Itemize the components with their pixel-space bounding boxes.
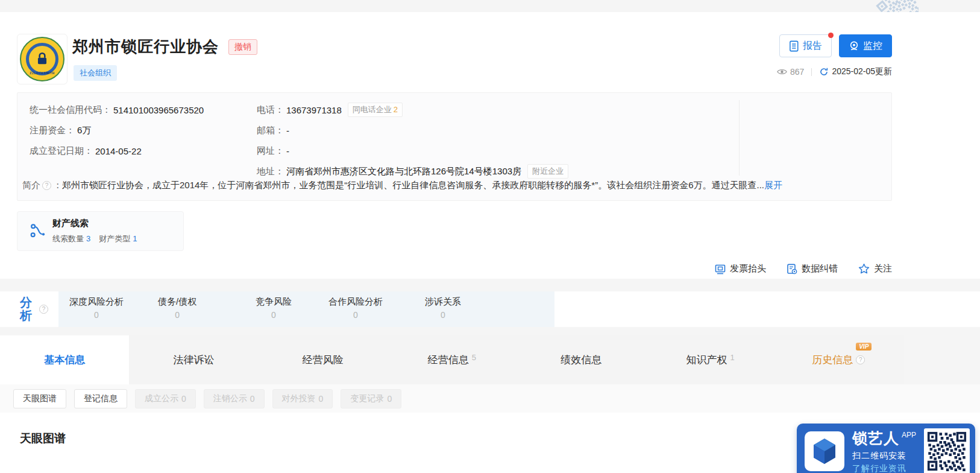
tab-basic-info[interactable]: 基本信息	[0, 335, 129, 384]
tab-label: 绩效信息	[561, 353, 602, 367]
action-row: 发票抬头 数据纠错 关注	[715, 263, 892, 275]
subtab-label: 成立公示	[145, 393, 178, 404]
star-icon	[858, 263, 870, 275]
vip-badge: VIP	[856, 343, 872, 351]
qr-code-icon	[927, 431, 967, 471]
company-info-box: 统一社会信用代码： 514101003965673520 注册资金： 6万 成立…	[17, 92, 892, 201]
same-phone-badge[interactable]: 同电话企业2	[348, 103, 403, 117]
subtab-change-records: 变更记录0	[341, 389, 401, 408]
analysis-item-deep-risk[interactable]: 深度风险分析 0	[69, 296, 124, 320]
subtab-label: 注销公示	[213, 393, 247, 404]
data-correction-icon	[787, 264, 797, 275]
nearby-companies-badge[interactable]: 附近企业	[527, 164, 568, 179]
subtab-cancellation-notice: 注销公示0	[204, 389, 265, 408]
info-row-founded: 成立登记日期： 2014-05-22	[30, 141, 204, 161]
property-type-label: 财产类型	[99, 234, 130, 243]
view-eye-icon	[777, 68, 787, 75]
subtab-label: 变更记录	[350, 393, 384, 404]
tab-label: 法律诉讼	[173, 353, 214, 367]
property-type-value: 1	[133, 234, 137, 243]
website-value: -	[286, 146, 289, 156]
info-row-credit-code: 统一社会信用代码： 514101003965673520	[30, 100, 204, 120]
analysis-help-icon[interactable]: ?	[39, 305, 48, 314]
tab-business-info[interactable]: 经营信息5	[388, 335, 517, 384]
subtab-registration-info[interactable]: 登记信息	[74, 389, 127, 408]
analysis-item-count: 0	[328, 310, 383, 320]
analysis-item-debt[interactable]: 债务/债权 0	[158, 296, 196, 320]
intro-help-icon[interactable]: ?	[42, 181, 51, 190]
subtab-label: 对外投资	[282, 393, 316, 404]
app-suffix: APP	[902, 431, 916, 439]
info-column-divider	[739, 100, 740, 176]
tab-count: 1	[730, 353, 734, 362]
app-logo-box	[805, 431, 844, 471]
company-header-card: ZZLOCKSMITH 郑州市锁匠行业协会 撤销 社会组织 报告 监控 867 …	[0, 12, 980, 279]
same-phone-badge-count: 2	[394, 105, 398, 114]
tab-history-info[interactable]: 历史信息 VIP ?	[775, 335, 904, 384]
analysis-item-litigation[interactable]: 涉诉关系 0	[425, 296, 461, 320]
property-type-stat: 财产类型1	[99, 233, 137, 244]
view-count: 867	[790, 67, 804, 77]
monitor-button[interactable]: 监控	[839, 34, 892, 57]
title-row: 郑州市锁匠行业协会 撤销	[72, 36, 257, 57]
refresh-icon[interactable]	[819, 67, 829, 77]
intro-label: 简介	[22, 180, 40, 191]
tab-business-risk[interactable]: 经营风险	[259, 335, 388, 384]
history-help-icon[interactable]: ?	[856, 355, 865, 364]
subtabs: 天眼图谱 登记信息 成立公示0 注销公示0 对外投资0 变更记录0	[13, 389, 401, 408]
follow-label: 关注	[874, 263, 892, 275]
app-promo-widget[interactable]: 锁艺人APP 扫二维码安装 了解行业资讯	[797, 424, 975, 473]
data-correction-button[interactable]: 数据纠错	[787, 263, 838, 275]
email-value: -	[286, 125, 289, 136]
credit-code-label: 统一社会信用代码：	[30, 104, 111, 116]
emblem-caption: ZZLOCKSMITH	[21, 71, 63, 75]
phone-label: 电话：	[257, 104, 284, 116]
address-label: 地址：	[257, 166, 284, 177]
info-right-column: 电话： 13673971318 同电话企业2 邮箱： - 网址： - 地址： 河…	[257, 100, 568, 182]
analysis-item-count: 0	[158, 310, 196, 320]
analysis-section: 分析 ? 深度风险分析 0 债务/债权 0 竞争风险 0 合作风险分析 0 涉诉…	[0, 291, 980, 327]
invoice-icon	[715, 264, 726, 275]
tab-performance-info[interactable]: 绩效信息	[517, 335, 645, 384]
expand-link[interactable]: 展开	[764, 180, 782, 191]
subtab-count: 0	[387, 394, 392, 404]
report-button[interactable]: 报告	[779, 34, 832, 57]
app-qr-code	[924, 428, 970, 473]
founded-label: 成立登记日期：	[30, 145, 93, 157]
tab-intellectual-property[interactable]: 知识产权1	[645, 335, 774, 384]
tab-label: 经营信息	[428, 353, 469, 367]
capital-label: 注册资金：	[30, 125, 75, 136]
analysis-item-competition[interactable]: 竞争风险 0	[256, 296, 292, 320]
app-name: 锁艺人	[852, 430, 899, 446]
meta-separator	[811, 68, 812, 76]
intro-row: 简介 ? ： 郑州市锁匠行业协会，成立于2014年，位于河南省郑州市，业务范围是…	[22, 180, 888, 191]
info-row-address: 地址： 河南省郑州市惠济区文化路与北环路126号院14号楼1303房 附近企业	[257, 161, 568, 182]
tab-label: 经营风险	[303, 353, 344, 367]
clue-count-value: 3	[86, 234, 90, 243]
info-row-capital: 注册资金： 6万	[30, 120, 204, 141]
subtab-band: 天眼图谱 登记信息 成立公示0 注销公示0 对外投资0 变更记录0	[0, 384, 980, 413]
follow-button[interactable]: 关注	[858, 263, 892, 275]
email-label: 邮箱：	[257, 125, 284, 136]
update-info: 2025-02-05更新	[819, 66, 892, 77]
org-type-badge[interactable]: 社会组织	[74, 65, 117, 81]
update-date: 2025-02-05更新	[832, 66, 892, 77]
analysis-item-label: 债务/债权	[158, 296, 196, 308]
app-info-hint: 了解行业资讯	[852, 463, 916, 473]
property-clue-title: 财产线索	[52, 218, 89, 229]
property-clue-card[interactable]: 财产线索 线索数量3 财产类型1	[17, 211, 184, 251]
analysis-items-box: 深度风险分析 0 债务/债权 0 竞争风险 0 合作风险分析 0 涉诉关系 0	[58, 291, 554, 327]
tab-legal-proceedings[interactable]: 法律诉讼	[129, 335, 258, 384]
analysis-item-count: 0	[425, 310, 461, 320]
app-scan-hint: 扫二维码安装	[852, 451, 916, 462]
subtab-count: 0	[319, 394, 324, 404]
analysis-item-cooperation[interactable]: 合作风险分析 0	[328, 296, 383, 320]
monitor-cam-icon	[849, 40, 859, 51]
address-value: 河南省郑州市惠济区文化路与北环路126号院14号楼1303房	[286, 166, 521, 177]
analysis-title: 分析	[20, 296, 34, 322]
subtab-establishment-notice: 成立公示0	[135, 389, 196, 408]
subtab-graph[interactable]: 天眼图谱	[13, 389, 66, 408]
invoice-title-label: 发票抬头	[730, 263, 766, 275]
analysis-item-count: 0	[256, 310, 292, 320]
invoice-title-button[interactable]: 发票抬头	[715, 263, 766, 275]
